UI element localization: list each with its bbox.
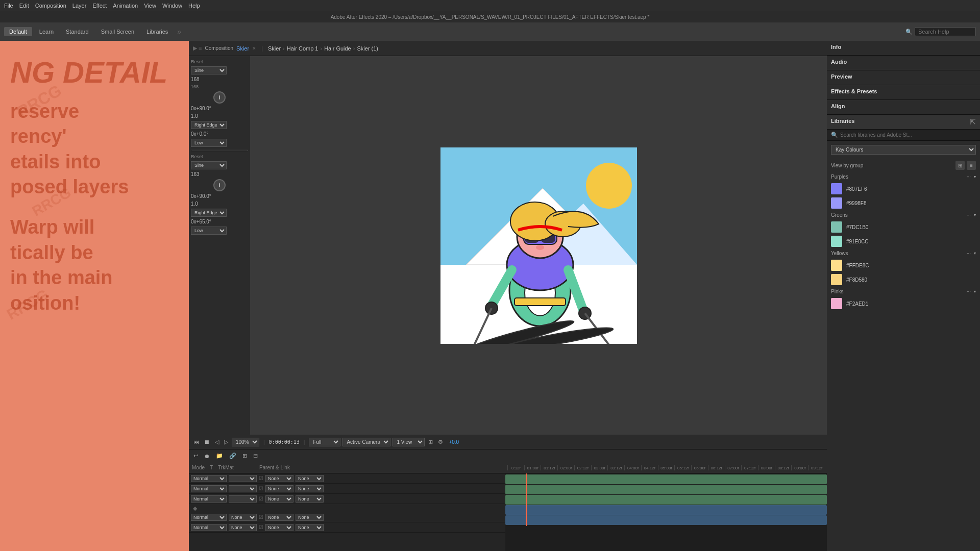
prop-edge2[interactable]: Right EdgeLeft Edge [191,208,248,218]
tl-btn2[interactable]: ⏺ [203,452,211,460]
color-swatch-ffde8c[interactable]: #FFDE8C [827,258,980,272]
yellows-triangle[interactable]: ▾ [974,251,976,256]
layer5-trkmat[interactable]: None [229,524,257,531]
layer2-mode[interactable]: Normal [191,485,227,492]
viewer-prev-frame[interactable]: ◁ [213,438,220,446]
color-group-yellows[interactable]: Yellows ··· ▾ [827,248,980,258]
menu-composition[interactable]: Composition [35,3,66,9]
breadcrumb-hairguide[interactable]: Hair Guide [324,45,351,52]
camera-select[interactable]: Active Camera [342,438,390,446]
color-swatch-7dc1b0[interactable]: #7DC1B0 [827,220,980,234]
lib-collection-select[interactable]: Kay Colours [831,145,976,155]
menu-animation[interactable]: Animation [113,3,138,9]
view-list-icon[interactable]: ≡ [967,161,976,170]
menu-layer[interactable]: Layer [72,3,87,9]
comp-name[interactable]: Skier [236,45,249,52]
quality1-select[interactable]: LowHigh [191,139,227,147]
purples-more-icon[interactable]: ··· [967,174,971,180]
breadcrumb-haircomp[interactable]: Hair Comp 1 [287,45,318,52]
ws-learn[interactable]: Learn [34,27,59,36]
layer3-parent[interactable]: None [265,495,293,503]
ws-libraries[interactable]: Libraries [141,27,173,36]
layer5-parent[interactable]: None [265,524,293,531]
lib-search-input[interactable] [840,132,976,138]
wavetype2-select[interactable]: SineSquare [191,161,227,169]
pinks-more-icon[interactable]: ··· [967,289,971,294]
edge1-select[interactable]: Right EdgeLeft Edge [191,121,227,129]
menu-view[interactable]: View [144,3,156,9]
prop-quality2[interactable]: LowHigh [191,226,248,236]
track-bar-2[interactable] [505,485,827,494]
prop-wavetype2[interactable]: SineSquare [191,160,248,170]
menu-effect[interactable]: Effect [92,3,107,9]
color-group-greens[interactable]: Greens ··· ▾ [827,210,980,220]
track-bar-1[interactable] [505,474,827,484]
prop-quality1[interactable]: LowHigh [191,138,248,148]
layer3-link[interactable]: None [296,495,324,503]
viewer-settings-icon[interactable]: ⚙ [436,438,445,446]
color-swatch-9998f8[interactable]: #9998F8 [827,196,980,210]
ws-default[interactable]: Default [4,27,32,36]
ws-small-screen[interactable]: Small Screen [96,27,139,36]
track-bar-5[interactable] [505,515,827,525]
tl-btn3[interactable]: 📁 [214,452,225,460]
views-select[interactable]: 1 View2 Views [393,438,425,446]
viewer-grid-icon[interactable]: ⊞ [427,438,434,446]
layer4-parent[interactable]: None [265,514,293,521]
tl-btn4[interactable]: 🔗 [228,452,238,460]
tl-btn1[interactable]: ↩ [192,452,200,460]
color-swatch-807ef6[interactable]: #807EF6 [827,182,980,196]
quality-select[interactable]: FullHalfQuarter [309,438,340,446]
comp-close[interactable]: ✕ [252,46,256,51]
view-grid-icon[interactable]: ⊞ [955,161,965,170]
layer1-trkmat[interactable] [229,475,257,482]
dial1[interactable] [213,91,226,104]
greens-triangle[interactable]: ▾ [974,213,976,217]
layer4-mode[interactable]: Normal [191,514,227,521]
prop-edge1[interactable]: Right EdgeLeft Edge [191,120,248,130]
viewer-stop-icon[interactable]: ⏹ [203,438,211,446]
layer3-mode[interactable]: Normal [191,495,227,503]
color-swatch-f8d580[interactable]: #F8D580 [827,272,980,287]
menu-edit[interactable]: Edit [19,3,29,9]
ws-standard[interactable]: Standard [61,27,94,36]
search-input[interactable] [915,27,976,36]
track-bar-4[interactable] [505,505,827,515]
breadcrumb-skier1[interactable]: Skier (1) [357,45,378,52]
pinks-triangle[interactable]: ▾ [974,289,976,294]
layer4-trkmat[interactable]: None [229,514,257,521]
prop-wavetype1[interactable]: SineSquareTriangle [191,65,248,76]
color-group-pinks[interactable]: Pinks ··· ▾ [827,287,980,296]
edge2-select[interactable]: Right EdgeLeft Edge [191,209,227,217]
color-swatch-f2aed1[interactable]: #F2AED1 [827,296,980,311]
viewer-next-frame[interactable]: ▷ [223,438,230,446]
layer1-link[interactable]: None [296,475,324,482]
track-bar-3[interactable] [505,495,827,505]
layer2-parent[interactable]: None [265,485,293,492]
layer2-link[interactable]: None [296,485,324,492]
menu-file[interactable]: File [4,3,13,9]
dial2[interactable] [213,179,226,191]
layer4-link[interactable]: None [296,514,324,521]
greens-more-icon[interactable]: ··· [967,212,971,218]
quality2-select[interactable]: LowHigh [191,227,227,235]
ws-more[interactable]: » [177,28,181,36]
purples-triangle[interactable]: ▾ [974,174,976,179]
tl-btn5[interactable]: ⊞ [241,452,249,460]
yellows-more-icon[interactable]: ··· [967,251,971,256]
wavetype1-select[interactable]: SineSquareTriangle [191,66,227,74]
breadcrumb-skier[interactable]: Skier [268,45,281,52]
tl-btn6[interactable]: ⊟ [252,452,259,460]
layer5-link[interactable]: None [296,524,324,531]
menu-window[interactable]: Window [162,3,182,9]
color-group-purples[interactable]: Purples ··· ▾ [827,172,980,182]
color-swatch-91e0cc[interactable]: #91E0CC [827,234,980,248]
layer1-mode[interactable]: Normal [191,475,227,482]
menu-help[interactable]: Help [188,3,200,9]
layer1-parent[interactable]: None [265,475,293,482]
viewer-play-icon[interactable]: ⏮ [192,438,201,446]
layer5-mode[interactable]: Normal [191,524,227,531]
layer3-trkmat[interactable] [229,495,257,503]
zoom-select[interactable]: 100%50%200% [232,438,259,446]
layer2-trkmat[interactable] [229,485,257,492]
